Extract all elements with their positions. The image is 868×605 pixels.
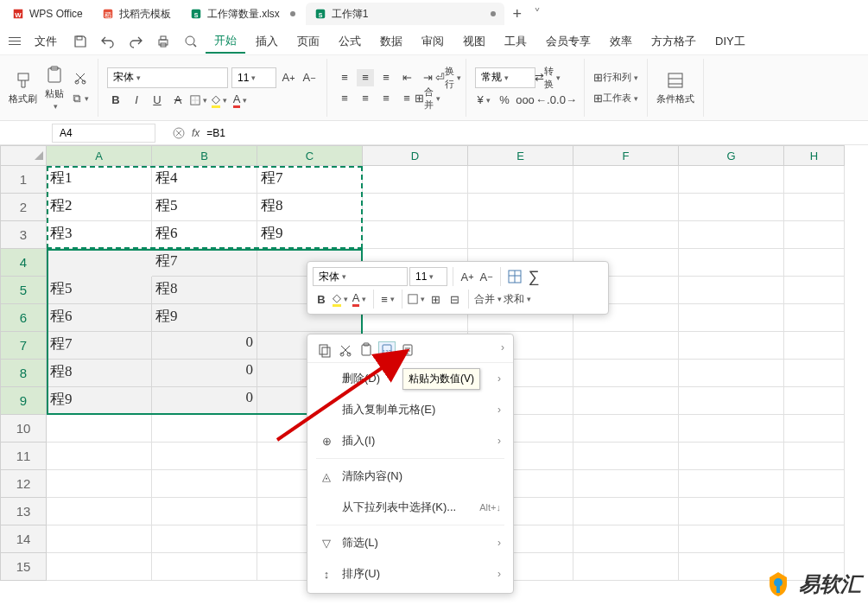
colhead-b[interactable]: B <box>152 145 257 166</box>
copy-button[interactable] <box>72 90 89 107</box>
cell[interactable] <box>152 443 257 470</box>
rowhead[interactable]: 5 <box>0 277 47 304</box>
colhead-g[interactable]: G <box>679 145 784 166</box>
mini-font-color[interactable]: A <box>351 290 368 308</box>
cell[interactable]: 程4 <box>47 249 152 277</box>
tab-workbook-count[interactable]: S 工作簿数量.xlsx <box>181 3 304 25</box>
cell[interactable] <box>679 443 784 470</box>
menu-efficiency[interactable]: 效率 <box>601 30 641 53</box>
cm-paste-special-button[interactable] <box>399 341 416 359</box>
colhead-f[interactable]: F <box>573 145 679 166</box>
increase-font-button[interactable]: A+ <box>280 69 297 86</box>
mini-unmerge-icon[interactable]: ⊟ <box>446 290 463 308</box>
colhead-a[interactable]: A <box>47 145 152 166</box>
cm-paste-values-button[interactable]: 123 <box>378 341 396 359</box>
cm-dropdown-select[interactable]: 从下拉列表中选择(K)... Alt+↓ <box>307 492 513 523</box>
rowhead[interactable]: 11 <box>0 443 47 470</box>
cell[interactable] <box>573 221 679 249</box>
cell[interactable]: 程8 <box>257 194 363 221</box>
cell[interactable] <box>573 525 679 553</box>
name-box[interactable]: A4 <box>52 124 155 143</box>
colhead-e[interactable]: E <box>468 145 573 166</box>
rows-cols-button[interactable]: ⊞ 行和列 <box>593 69 638 86</box>
font-size-select[interactable]: 11 <box>231 67 276 88</box>
cell[interactable] <box>679 387 784 415</box>
decrease-indent-button[interactable]: ⇤ <box>398 69 415 86</box>
rowhead[interactable]: 4 <box>0 249 47 277</box>
bold-button[interactable]: B <box>107 92 124 109</box>
cm-cut-button[interactable] <box>337 341 354 359</box>
mini-table-button[interactable] <box>506 268 523 285</box>
chevron-right-icon[interactable]: › <box>501 341 504 359</box>
cm-insert-copy[interactable]: 插入复制单元格(E) › <box>307 394 513 425</box>
rowhead[interactable]: 15 <box>0 553 47 581</box>
rowhead[interactable]: 1 <box>0 166 47 194</box>
merge-button[interactable]: ⊞合并 <box>419 90 436 107</box>
cell[interactable] <box>784 470 845 498</box>
cell[interactable] <box>573 443 679 470</box>
cell[interactable] <box>679 166 784 194</box>
cell[interactable]: 程7 <box>152 249 257 277</box>
cell[interactable] <box>468 194 573 221</box>
cell[interactable]: 程9 <box>47 387 152 415</box>
cell[interactable] <box>784 221 845 249</box>
cell[interactable]: 程9 <box>152 304 257 332</box>
mini-merge-text[interactable]: 合并 <box>474 290 502 308</box>
cell[interactable] <box>47 525 152 553</box>
cell[interactable] <box>679 470 784 498</box>
fill-color-button[interactable]: ◇ <box>211 92 228 109</box>
cell[interactable] <box>679 498 784 525</box>
cell[interactable]: 程5 <box>47 277 152 304</box>
cell[interactable] <box>573 415 679 443</box>
rowhead[interactable]: 3 <box>0 221 47 249</box>
hamburger-icon[interactable] <box>9 37 21 45</box>
cell[interactable] <box>573 553 679 581</box>
cell[interactable] <box>784 332 845 360</box>
rowhead[interactable]: 7 <box>0 332 47 360</box>
cm-paste-button[interactable] <box>358 341 375 359</box>
increase-indent-button[interactable]: ⇥ <box>419 69 436 86</box>
colhead-c[interactable]: C <box>257 145 363 166</box>
cell[interactable] <box>679 525 784 553</box>
tab-dropdown[interactable]: ˅ <box>534 6 541 22</box>
cut-button[interactable] <box>72 69 89 86</box>
cell[interactable] <box>47 415 152 443</box>
cell[interactable] <box>573 194 679 221</box>
cell[interactable]: 程3 <box>47 221 152 249</box>
cell[interactable] <box>47 443 152 470</box>
cell[interactable]: 程4 <box>152 166 257 194</box>
mini-bold[interactable]: B <box>313 290 330 308</box>
cell[interactable]: 程7 <box>257 166 363 194</box>
cell[interactable] <box>573 166 679 194</box>
cell[interactable] <box>679 194 784 221</box>
align-center-button[interactable]: ≡ <box>357 90 374 107</box>
menu-diy[interactable]: DIY工 <box>706 30 754 53</box>
worksheet-button[interactable]: ⊞ 工作表 <box>593 90 638 107</box>
cell[interactable] <box>679 332 784 360</box>
rowhead[interactable]: 14 <box>0 525 47 553</box>
cell[interactable] <box>679 277 784 304</box>
cell[interactable] <box>784 415 845 443</box>
cell[interactable] <box>679 304 784 332</box>
percent-button[interactable]: % <box>496 92 513 109</box>
cell[interactable]: 程6 <box>152 221 257 249</box>
formula-input[interactable] <box>206 127 379 139</box>
cell[interactable] <box>573 498 679 525</box>
cell[interactable]: 程8 <box>47 360 152 387</box>
rowhead[interactable]: 6 <box>0 304 47 332</box>
cell[interactable] <box>573 360 679 387</box>
decrease-font-button[interactable]: A− <box>301 69 318 86</box>
menu-start[interactable]: 开始 <box>206 29 245 54</box>
mini-sum-button[interactable]: ∑ <box>525 268 542 285</box>
cell[interactable] <box>784 166 845 194</box>
cell[interactable] <box>47 553 152 581</box>
conditional-format-button[interactable]: 条件格式 <box>656 70 694 105</box>
cell[interactable] <box>468 166 573 194</box>
cancel-icon[interactable] <box>173 127 185 139</box>
cm-clear[interactable]: ◬清除内容(N) <box>307 461 513 492</box>
cell[interactable] <box>784 194 845 221</box>
cell[interactable]: 0 <box>152 360 257 387</box>
menu-page[interactable]: 页面 <box>288 30 328 53</box>
cell[interactable] <box>468 221 573 249</box>
print-icon[interactable] <box>155 34 171 49</box>
